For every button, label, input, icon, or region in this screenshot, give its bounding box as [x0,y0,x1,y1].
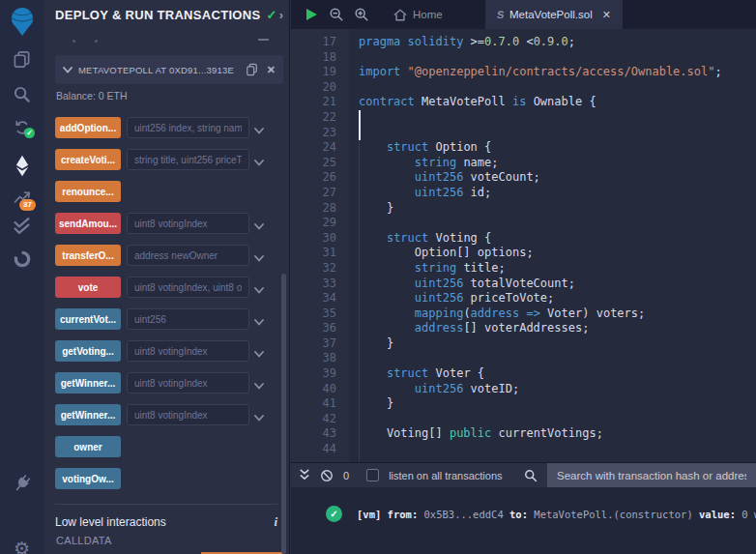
code-lines: 17pragma solidity >=0.7.0 <0.9.0;1819imp… [291,35,756,457]
function-row: createVoti... [44,144,290,176]
function-button-10[interactable]: owner [55,436,121,457]
code-line: 40 uint256 voteID; [291,382,756,397]
expand-args-icon[interactable] [254,217,264,234]
panel-header: DEPLOY & RUN TRANSACTIONS ✓ › [55,8,283,22]
copy-address-icon[interactable] [246,63,258,76]
code-line: 21contract MetaVotePoll is Ownable { [291,95,756,110]
function-row: addOption... [44,112,290,144]
clear-console-icon[interactable] [320,469,334,482]
expand-args-icon[interactable] [254,248,264,266]
remix-ide-window: ✓ 37 ⚙ DEPLOY & RUN TRANSACTIONS ✓ › [0,0,756,554]
code-line: 20 [291,80,756,96]
code-line: 28 } [291,201,756,217]
function-button-3[interactable]: sendAmou... [55,213,121,234]
function-args-input[interactable] [127,213,249,234]
function-button-8[interactable]: getWinner... [55,372,121,394]
code-line: 25 string name; [291,156,756,171]
info-icon[interactable]: i [274,514,277,530]
function-row: getWinner... [44,367,290,399]
tab-metavotepoll[interactable]: S MetaVotePoll.sol ✕ [485,0,623,29]
code-line: 26 uint256 voteCount; [291,170,756,186]
unit-testing-icon[interactable] [0,217,44,235]
tab-home[interactable]: Home [382,0,454,29]
expand-args-icon[interactable] [254,153,264,170]
expand-args-icon[interactable] [254,121,264,138]
expand-args-icon[interactable] [254,280,264,298]
solidity-compiler-icon[interactable]: ✓ [0,118,44,137]
code-line: 30 struct Voting { [291,231,756,247]
chevron-down-icon[interactable] [63,67,73,73]
code-line: 31 Option[] options; [291,246,756,261]
panel-collapse-icon[interactable]: › [279,8,283,22]
function-button-7[interactable]: getVoting... [55,340,121,362]
function-button-11[interactable]: votingOw... [55,468,121,489]
function-row: renounce... [44,176,290,208]
function-button-4[interactable]: transferO... [55,245,121,266]
function-args-input[interactable] [127,245,249,266]
function-row: currentVot... [44,304,290,335]
code-line: 38 [291,351,756,366]
terminal-search-input[interactable] [547,463,756,487]
function-button-9[interactable]: getWinner... [55,404,121,425]
contract-instance-title: METAVOTEPOLL AT 0XD91...3913E [78,65,240,75]
deployed-contract-card[interactable]: METAVOTEPOLL AT 0XD91...3913E ✕ [55,55,283,84]
terminal-toolbar: 0 listen on all transactions [291,463,756,487]
editor-tabbar: Home S MetaVotePoll.sol ✕ [291,0,756,29]
function-row: vote [44,272,290,304]
function-button-0[interactable]: addOption... [55,117,121,138]
expand-terminal-icon[interactable] [299,469,310,481]
tx-log-text: [vm] from: 0x5B3...eddC4 to: MetaVotePol… [357,509,756,520]
function-args-input[interactable] [127,308,249,330]
code-line: 42 [291,412,756,427]
file-explorer-icon[interactable] [0,50,44,69]
function-args-input[interactable] [127,149,249,170]
remix-logo[interactable] [0,6,44,39]
function-args-input[interactable] [127,340,249,362]
listen-all-transactions-checkbox[interactable] [366,469,379,481]
close-instance-icon[interactable]: ✕ [267,64,276,76]
transaction-log-row[interactable]: ✓ [vm] from: 0x5B3...eddC4 to: MetaVoteP… [326,506,756,522]
analytics-icon[interactable]: 37 [0,188,44,207]
expand-args-icon[interactable] [254,408,264,425]
settings-gear-icon[interactable]: ⚙ [0,538,44,554]
function-args-input[interactable] [127,117,249,138]
zoom-in-icon[interactable] [349,0,374,29]
expand-args-icon[interactable] [254,312,264,330]
expand-args-icon[interactable] [254,344,264,362]
function-button-5[interactable]: vote [55,277,121,298]
function-button-1[interactable]: createVoti... [55,149,121,170]
function-args-input[interactable] [127,404,249,425]
function-button-2[interactable]: renounce... [55,181,121,202]
collapse-minus-icon[interactable] [258,39,269,41]
zoom-out-icon[interactable] [324,0,349,29]
code-line: 39 struct Voter { [291,366,756,382]
code-line: 24 struct Option { [291,140,756,156]
panel-scrollbar[interactable] [281,274,286,554]
contract-functions-list: addOption...createVoti...renounce...send… [44,112,290,495]
matomo-plugin-icon[interactable] [0,249,44,269]
tab-home-label: Home [413,9,443,20]
code-line: 29 [291,216,756,231]
deploy-run-icon[interactable] [0,155,44,177]
function-args-input[interactable] [127,277,249,298]
code-line: 36 address[] voterAddresses; [291,321,756,336]
low-level-title: Low level interactions [55,515,166,529]
tab-close-icon[interactable]: ✕ [602,9,611,21]
code-editor[interactable]: 17pragma solidity >=0.7.0 <0.9.0;1819imp… [291,29,756,462]
function-button-6[interactable]: currentVot... [55,308,121,330]
function-row: votingOw... [44,463,290,495]
code-line: 32 string title; [291,261,756,277]
function-row: getWinner... [44,399,290,431]
analytics-badge: 37 [19,199,36,211]
deploy-run-panel: DEPLOY & RUN TRANSACTIONS ✓ › METAVOTEPO… [44,0,290,554]
contract-balance: Balance: 0 ETH [56,90,128,102]
code-line: 27 uint256 id; [291,186,756,201]
expand-args-icon[interactable] [254,376,264,394]
calldata-label: CALLDATA [56,535,112,546]
compiler-success-badge: ✓ [24,128,35,138]
tx-success-icon: ✓ [326,506,342,522]
search-icon[interactable] [0,85,44,103]
run-script-icon[interactable] [299,0,324,29]
function-args-input[interactable] [127,372,249,394]
plugin-manager-icon[interactable] [0,474,44,493]
